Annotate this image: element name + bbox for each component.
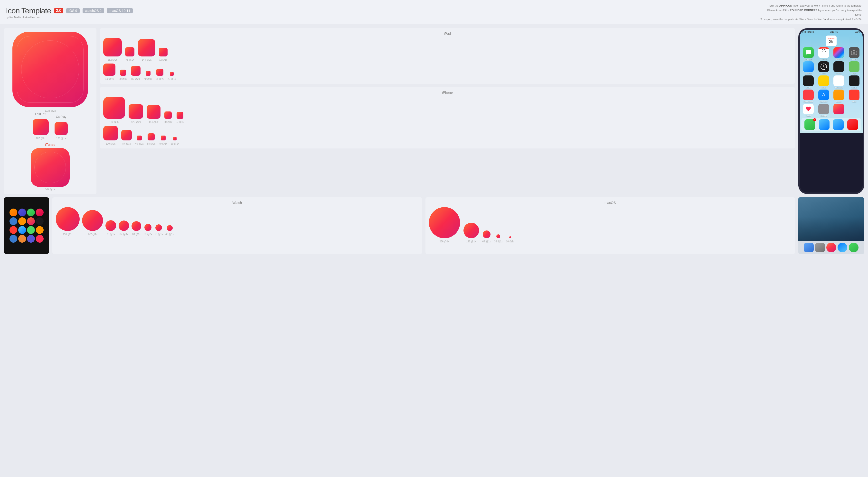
desktop-screen (798, 197, 864, 241)
phone-app-weather[interactable]: Weather (801, 61, 815, 74)
weather-icon (803, 61, 814, 72)
main-icon-container: 1024 @2x (12, 32, 88, 112)
macos-icon-col-3: 32 @1x (494, 234, 503, 243)
dock-safari[interactable] (819, 119, 830, 130)
phone-app-custom[interactable] (832, 104, 846, 116)
health-icon (803, 104, 814, 114)
ipad-icon-4 (103, 64, 116, 76)
phone-app-reminders[interactable]: Reminders (832, 75, 846, 88)
phone-app-maps[interactable]: Maps (847, 61, 861, 74)
main-icon-panel: 1024 @2x iPad Pro 167 @2x CarPlay 120 @1… (4, 28, 96, 194)
watch-icon-6 (36, 217, 43, 225)
phone-app-camera[interactable]: Camera (847, 47, 861, 60)
ipad-icon-6 (131, 66, 141, 76)
watch-icon-col-2: 88 @1x (105, 220, 116, 236)
iphone-icon-3 (164, 111, 172, 119)
phone-app-messages[interactable]: Messages (801, 47, 815, 60)
bottom-row: Watch 196 @1x 172 @1x 88 @1x 87 @3x (4, 197, 864, 254)
news-icon (849, 90, 860, 100)
watch-icon-9 (27, 226, 35, 234)
macos-title: macOS (429, 201, 792, 205)
ipad-icon-5 (120, 70, 126, 76)
phone-app-clock[interactable]: Clock (816, 61, 831, 74)
ipad-icon-col-5: 50 @1x (119, 70, 127, 80)
macos-circle-2 (483, 231, 491, 238)
ipad-icon-col-7: 40 @1x (144, 71, 152, 80)
watch-icon-5 (18, 217, 26, 225)
phone-app-photos[interactable]: Photos (832, 47, 846, 60)
dock-mail[interactable] (833, 119, 844, 130)
phone-app-news[interactable]: News (847, 90, 861, 102)
ipad-icon-7 (146, 71, 151, 76)
iphone-icon-col-2: 114 @2x (147, 105, 160, 124)
ibooks-icon (833, 90, 844, 100)
header: Icon Template 2.0 iOS 9 watchOS 2 macOS … (0, 0, 868, 24)
dock-music[interactable] (847, 119, 858, 130)
watch-icon-1 (18, 209, 26, 216)
phone-app-notes[interactable]: Notes (816, 75, 831, 88)
iphone-icon-9 (161, 136, 165, 140)
dock-messages-icon (838, 243, 847, 252)
notes-icon (818, 75, 829, 86)
ipad-icon-1 (125, 47, 134, 57)
phone-status-bar: ooo Verizon 3:11 PM 100% (800, 30, 863, 34)
iphone-icon-col-5: 120 @2x (103, 126, 118, 145)
iphone-icon-2 (147, 105, 160, 119)
watch-icon-col-4: 80 @1x (131, 221, 141, 236)
dock-launchpad-icon (815, 243, 825, 252)
wallet-icon (803, 75, 814, 86)
header-instructions: Edit the APP ICON layer, add your artwor… (760, 3, 862, 22)
ipad-pro-size: 167 @2x (36, 137, 45, 140)
iphone-icon-4 (177, 112, 183, 119)
phone-app-wallet[interactable]: Wallet (801, 75, 815, 88)
macos-icon-col-2: 64 @1x (483, 231, 491, 243)
watch-icon-4 (9, 217, 17, 225)
macos-icon-col-4: 16 @1x (506, 236, 515, 243)
phone-app-videos[interactable]: Videos (832, 61, 846, 74)
itunes-size: 512 @1x (45, 188, 55, 191)
stocks-icon (849, 75, 860, 86)
watch-circle-2 (105, 220, 116, 231)
date-widget: Tuesday 25 (801, 36, 861, 46)
svg-text:A: A (822, 92, 825, 97)
watch-circle-0 (56, 207, 80, 231)
iphone-icon-5 (103, 126, 118, 140)
macos-icon-col-0: 256 @1x (429, 207, 460, 243)
watch-icon-12 (18, 235, 26, 243)
phone-app-appstore[interactable]: A App Store (816, 90, 831, 102)
iphone-title: iPhone (103, 91, 792, 95)
watch-title: Watch (56, 201, 418, 205)
phone-app-icon: 4 (804, 119, 815, 130)
phone-app-settings[interactable]: Settings (816, 104, 831, 116)
iphone-icon-col-6: 87 @3x (121, 130, 132, 145)
iphone-icon-0 (103, 97, 125, 119)
iphone-icon-col-0: 180 @3x (103, 97, 125, 124)
main-icon-label: 1024 @2x (44, 109, 56, 112)
safari-app-icon (819, 119, 830, 130)
itunes-container: iTunes 512 @1x (31, 143, 70, 191)
phone-app-itunes[interactable]: iTunes Store (801, 90, 815, 102)
phone-app-ibooks[interactable]: iBooks (832, 90, 846, 102)
phone-app-health[interactable]: Health (801, 104, 815, 116)
phone-app-stocks[interactable]: Stocks (847, 75, 861, 88)
music-app-icon (847, 119, 858, 130)
ipad-pro-icon-col: iPad Pro 167 @2x (33, 112, 49, 140)
header-left: Icon Template 2.0 iOS 9 watchOS 2 macOS … (6, 6, 133, 19)
dock-finder-icon (804, 243, 814, 252)
videos-icon (833, 61, 844, 72)
phone-app-calendar[interactable]: Tuesday 25 Calendar (816, 47, 831, 60)
calendar-icon: Tuesday 25 (818, 47, 829, 58)
reminders-icon (833, 75, 844, 86)
watch-icon-col-1: 172 @1x (82, 210, 103, 236)
custom-icon (833, 104, 844, 114)
iphone-icon-col-9: 40 @1x (159, 136, 167, 145)
settings-icon (818, 104, 829, 114)
watch-icon-8 (18, 226, 26, 234)
dock-phone[interactable]: 4 (804, 119, 815, 130)
messages-icon (803, 47, 814, 58)
iphone-row-2: 120 @2x 87 @3x 40 @2x 58 @2x (103, 126, 792, 145)
itunes-store-icon (803, 90, 814, 100)
watch-circle-6 (155, 225, 162, 231)
macos-circle-3 (496, 234, 500, 238)
ipad-icon-col-3: 72 @1x (159, 48, 167, 61)
